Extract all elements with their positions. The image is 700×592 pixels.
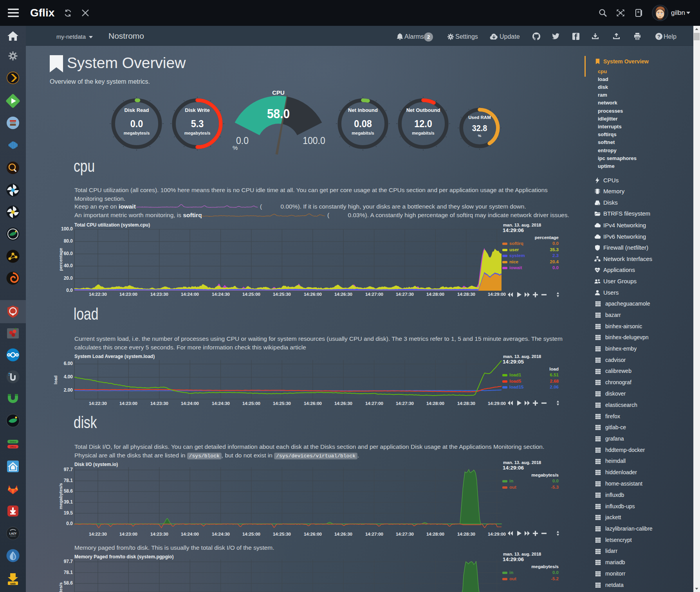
svg-text:librarian: librarian xyxy=(10,535,16,537)
svg-text:LAZY: LAZY xyxy=(9,532,17,535)
svg-text:Offline: Offline xyxy=(10,446,16,448)
svg-text:?: ? xyxy=(657,34,660,40)
svg-text:sab: sab xyxy=(10,582,16,585)
svg-text:Online: Online xyxy=(10,441,16,443)
